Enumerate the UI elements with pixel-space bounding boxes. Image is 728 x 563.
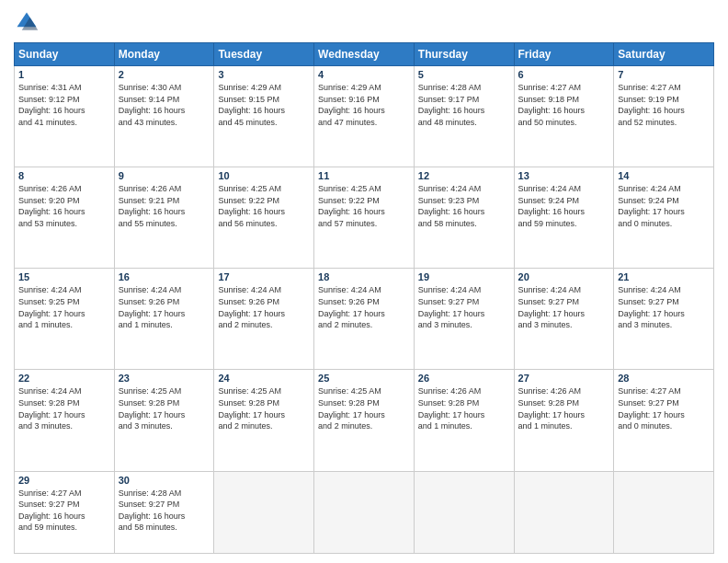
day-info: Sunrise: 4:25 AMSunset: 9:28 PMDaylight:… — [218, 385, 310, 431]
calendar-day-cell: 14Sunrise: 4:24 AMSunset: 9:24 PMDayligh… — [614, 167, 714, 269]
calendar-day-cell: 18Sunrise: 4:24 AMSunset: 9:26 PMDayligh… — [314, 269, 415, 370]
calendar-day-cell: 12Sunrise: 4:24 AMSunset: 9:23 PMDayligh… — [414, 167, 514, 269]
calendar-day-cell: 8Sunrise: 4:26 AMSunset: 9:20 PMDaylight… — [15, 167, 115, 269]
day-info: Sunrise: 4:28 AMSunset: 9:27 PMDaylight:… — [119, 488, 210, 534]
weekday-header: Wednesday — [314, 43, 415, 66]
calendar-day-cell: 17Sunrise: 4:24 AMSunset: 9:26 PMDayligh… — [214, 269, 314, 370]
calendar-day-cell: 21Sunrise: 4:24 AMSunset: 9:27 PMDayligh… — [614, 269, 714, 370]
calendar-day-cell: 10Sunrise: 4:25 AMSunset: 9:22 PMDayligh… — [214, 167, 314, 269]
calendar-day-cell: 1Sunrise: 4:31 AMSunset: 9:12 PMDaylight… — [15, 66, 115, 167]
calendar-week-row: 29Sunrise: 4:27 AMSunset: 9:27 PMDayligh… — [15, 471, 714, 553]
day-info: Sunrise: 4:29 AMSunset: 9:15 PMDaylight:… — [218, 82, 310, 128]
header — [14, 9, 714, 35]
calendar-day-cell: 25Sunrise: 4:25 AMSunset: 9:28 PMDayligh… — [314, 370, 415, 471]
day-info: Sunrise: 4:24 AMSunset: 9:26 PMDaylight:… — [218, 284, 310, 330]
day-info: Sunrise: 4:27 AMSunset: 9:27 PMDaylight:… — [18, 488, 110, 534]
logo — [14, 9, 43, 35]
calendar-day-cell: 20Sunrise: 4:24 AMSunset: 9:27 PMDayligh… — [514, 269, 614, 370]
calendar-day-cell: 19Sunrise: 4:24 AMSunset: 9:27 PMDayligh… — [414, 269, 514, 370]
calendar-day-cell: 9Sunrise: 4:26 AMSunset: 9:21 PMDaylight… — [114, 167, 214, 269]
calendar-day-cell: 15Sunrise: 4:24 AMSunset: 9:25 PMDayligh… — [15, 269, 115, 370]
day-info: Sunrise: 4:24 AMSunset: 9:26 PMDaylight:… — [318, 284, 410, 330]
day-info: Sunrise: 4:31 AMSunset: 9:12 PMDaylight:… — [18, 82, 110, 128]
day-number: 17 — [218, 271, 310, 282]
calendar-day-cell: 13Sunrise: 4:24 AMSunset: 9:24 PMDayligh… — [514, 167, 614, 269]
weekday-header: Tuesday — [214, 43, 314, 66]
day-number: 15 — [18, 271, 110, 282]
day-info: Sunrise: 4:27 AMSunset: 9:19 PMDaylight:… — [618, 82, 710, 128]
day-number: 19 — [418, 271, 510, 282]
day-number: 5 — [418, 69, 510, 80]
day-number: 27 — [518, 373, 610, 384]
calendar-day-cell: 6Sunrise: 4:27 AMSunset: 9:18 PMDaylight… — [514, 66, 614, 167]
day-number: 26 — [418, 373, 510, 384]
page: SundayMondayTuesdayWednesdayThursdayFrid… — [0, 0, 728, 563]
calendar-day-cell: 3Sunrise: 4:29 AMSunset: 9:15 PMDaylight… — [214, 66, 314, 167]
calendar-day-cell: 5Sunrise: 4:28 AMSunset: 9:17 PMDaylight… — [414, 66, 514, 167]
day-number: 20 — [518, 271, 610, 282]
day-number: 9 — [119, 170, 210, 181]
day-number: 18 — [318, 271, 410, 282]
weekday-header: Saturday — [614, 43, 714, 66]
day-info: Sunrise: 4:26 AMSunset: 9:28 PMDaylight:… — [518, 385, 610, 431]
day-number: 28 — [618, 373, 710, 384]
day-info: Sunrise: 4:26 AMSunset: 9:21 PMDaylight:… — [119, 183, 210, 229]
calendar-table: SundayMondayTuesdayWednesdayThursdayFrid… — [14, 42, 714, 554]
day-info: Sunrise: 4:25 AMSunset: 9:22 PMDaylight:… — [318, 183, 410, 229]
calendar-day-cell: 28Sunrise: 4:27 AMSunset: 9:27 PMDayligh… — [614, 370, 714, 471]
day-info: Sunrise: 4:25 AMSunset: 9:28 PMDaylight:… — [119, 385, 210, 431]
day-info: Sunrise: 4:24 AMSunset: 9:26 PMDaylight:… — [119, 284, 210, 330]
weekday-header: Friday — [514, 43, 614, 66]
day-info: Sunrise: 4:27 AMSunset: 9:18 PMDaylight:… — [518, 82, 610, 128]
day-number: 14 — [618, 170, 710, 181]
day-info: Sunrise: 4:26 AMSunset: 9:20 PMDaylight:… — [18, 183, 110, 229]
weekday-header: Sunday — [15, 43, 115, 66]
day-info: Sunrise: 4:24 AMSunset: 9:28 PMDaylight:… — [18, 385, 110, 431]
calendar-day-cell: 27Sunrise: 4:26 AMSunset: 9:28 PMDayligh… — [514, 370, 614, 471]
calendar-day-cell: 16Sunrise: 4:24 AMSunset: 9:26 PMDayligh… — [114, 269, 214, 370]
calendar-day-cell: 29Sunrise: 4:27 AMSunset: 9:27 PMDayligh… — [15, 471, 115, 553]
day-number: 25 — [318, 373, 410, 384]
calendar-day-cell: 7Sunrise: 4:27 AMSunset: 9:19 PMDaylight… — [614, 66, 714, 167]
calendar-day-cell: 30Sunrise: 4:28 AMSunset: 9:27 PMDayligh… — [114, 471, 214, 553]
day-number: 3 — [218, 69, 310, 80]
weekday-header: Monday — [114, 43, 214, 66]
day-number: 1 — [18, 69, 110, 80]
calendar-day-cell — [614, 471, 714, 553]
day-info: Sunrise: 4:24 AMSunset: 9:27 PMDaylight:… — [418, 284, 510, 330]
calendar-day-cell: 24Sunrise: 4:25 AMSunset: 9:28 PMDayligh… — [214, 370, 314, 471]
calendar-day-cell: 2Sunrise: 4:30 AMSunset: 9:14 PMDaylight… — [114, 66, 214, 167]
calendar-week-row: 15Sunrise: 4:24 AMSunset: 9:25 PMDayligh… — [15, 269, 714, 370]
day-info: Sunrise: 4:25 AMSunset: 9:28 PMDaylight:… — [318, 385, 410, 431]
calendar-header-row: SundayMondayTuesdayWednesdayThursdayFrid… — [15, 43, 714, 66]
calendar-day-cell — [314, 471, 415, 553]
day-info: Sunrise: 4:24 AMSunset: 9:24 PMDaylight:… — [518, 183, 610, 229]
day-info: Sunrise: 4:24 AMSunset: 9:27 PMDaylight:… — [518, 284, 610, 330]
day-info: Sunrise: 4:24 AMSunset: 9:23 PMDaylight:… — [418, 183, 510, 229]
logo-icon — [14, 9, 40, 35]
calendar-day-cell — [414, 471, 514, 553]
day-number: 2 — [119, 69, 210, 80]
day-info: Sunrise: 4:27 AMSunset: 9:27 PMDaylight:… — [618, 385, 710, 431]
day-number: 8 — [18, 170, 110, 181]
calendar-day-cell: 11Sunrise: 4:25 AMSunset: 9:22 PMDayligh… — [314, 167, 415, 269]
day-info: Sunrise: 4:24 AMSunset: 9:25 PMDaylight:… — [18, 284, 110, 330]
day-number: 11 — [318, 170, 410, 181]
calendar-week-row: 8Sunrise: 4:26 AMSunset: 9:20 PMDaylight… — [15, 167, 714, 269]
day-number: 13 — [518, 170, 610, 181]
calendar-week-row: 1Sunrise: 4:31 AMSunset: 9:12 PMDaylight… — [15, 66, 714, 167]
calendar-day-cell: 4Sunrise: 4:29 AMSunset: 9:16 PMDaylight… — [314, 66, 415, 167]
day-number: 21 — [618, 271, 710, 282]
day-number: 7 — [618, 69, 710, 80]
calendar-day-cell — [214, 471, 314, 553]
day-info: Sunrise: 4:25 AMSunset: 9:22 PMDaylight:… — [218, 183, 310, 229]
day-number: 29 — [18, 475, 110, 486]
day-number: 22 — [18, 373, 110, 384]
day-info: Sunrise: 4:29 AMSunset: 9:16 PMDaylight:… — [318, 82, 410, 128]
day-info: Sunrise: 4:24 AMSunset: 9:27 PMDaylight:… — [618, 284, 710, 330]
day-number: 6 — [518, 69, 610, 80]
day-number: 4 — [318, 69, 410, 80]
day-info: Sunrise: 4:26 AMSunset: 9:28 PMDaylight:… — [418, 385, 510, 431]
calendar-day-cell — [514, 471, 614, 553]
calendar-day-cell: 23Sunrise: 4:25 AMSunset: 9:28 PMDayligh… — [114, 370, 214, 471]
